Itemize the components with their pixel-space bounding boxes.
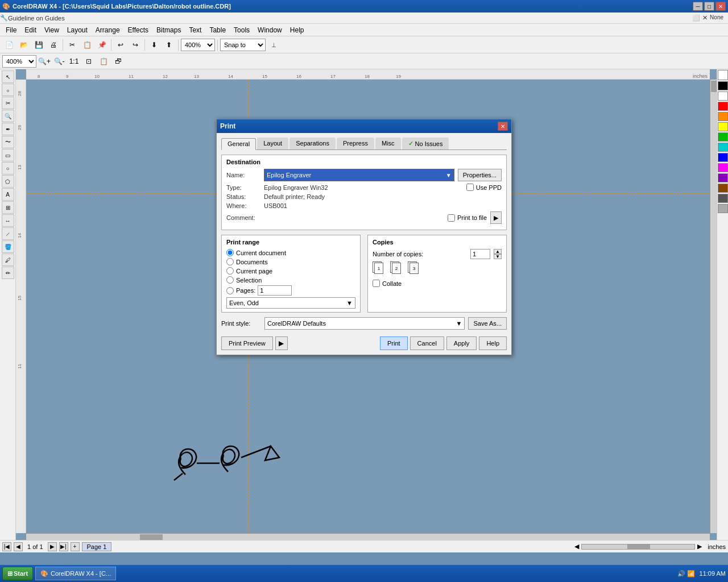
text-tool[interactable]: A [2, 188, 14, 201]
h-scrollbar[interactable] [581, 544, 695, 550]
properties-button[interactable]: Properties... [458, 169, 502, 181]
save-as-button[interactable]: Save As... [468, 317, 507, 330]
help-button[interactable]: Help [479, 336, 507, 350]
bottom-scrollbar[interactable] [26, 533, 710, 540]
print-style-dropdown[interactable]: CorelDRAW Defaults ▼ [264, 317, 465, 330]
crop-tool[interactable]: ✂ [2, 97, 14, 109]
menu-effects[interactable]: Effects [125, 25, 152, 35]
table-tool[interactable]: ⊞ [2, 201, 14, 214]
color-orange[interactable] [718, 112, 728, 121]
selection-radio-row[interactable]: Selection [226, 276, 355, 284]
apply-button[interactable]: Apply [446, 336, 477, 350]
open-button[interactable]: 📂 [17, 38, 31, 52]
color-yellow[interactable] [718, 122, 728, 131]
tab-no-issues[interactable]: ✓ No Issues [402, 138, 449, 149]
scroll-thumb-v[interactable] [711, 81, 717, 92]
tab-layout[interactable]: Layout [257, 138, 288, 149]
color-gray-dark[interactable] [718, 194, 728, 203]
even-odd-dropdown[interactable]: Even, Odd ▼ [226, 297, 355, 309]
tab-separations[interactable]: Separations [289, 138, 336, 149]
first-page-button[interactable]: |◀ [2, 542, 11, 551]
h-scroll-thumb[interactable] [627, 544, 650, 549]
zoom-all-button[interactable]: 🗗 [111, 55, 125, 68]
color-blue[interactable] [718, 153, 728, 162]
documents-radio[interactable] [226, 258, 234, 265]
printer-name-dropdown[interactable]: Epilog Engraver ▼ [264, 169, 454, 181]
zoom-1-button[interactable]: 1:1 [67, 55, 81, 68]
smart-tool[interactable]: 〜 [2, 136, 14, 148]
color-purple[interactable] [718, 173, 728, 182]
outline-tool[interactable]: ✏ [2, 267, 14, 279]
freehand-tool[interactable]: ✒ [2, 123, 14, 135]
collate-checkbox[interactable] [373, 280, 380, 287]
add-page-button[interactable]: + [71, 542, 80, 551]
menu-arrange[interactable]: Arrange [92, 25, 123, 35]
next-page-button[interactable]: ▶ [48, 542, 57, 551]
connector-tool[interactable]: ⟋ [2, 227, 14, 240]
color-white[interactable] [718, 92, 728, 101]
tab-general[interactable]: General [221, 138, 256, 150]
select-tool[interactable]: ↖ [2, 70, 14, 83]
shape-tool[interactable]: ⬦ [2, 84, 14, 96]
copies-input[interactable] [470, 249, 490, 259]
start-button[interactable]: ⊞ Start [2, 567, 33, 580]
print-to-file-btn[interactable]: ▶ [490, 211, 502, 224]
menu-file[interactable]: File [2, 25, 20, 35]
scroll-right[interactable]: ▶ [697, 543, 702, 550]
redo-button[interactable]: ↪ [129, 38, 142, 52]
dimension-tool[interactable]: ↔ [2, 214, 14, 227]
current-document-radio[interactable] [226, 249, 234, 256]
color-black[interactable] [718, 81, 728, 90]
import-button[interactable]: ⬇ [147, 38, 161, 52]
spin-up[interactable]: ▲ [494, 249, 502, 254]
color-gray-light[interactable] [718, 204, 728, 213]
maximize-button[interactable]: □ [704, 2, 714, 11]
polygon-tool[interactable]: ⬠ [2, 175, 14, 188]
fill-tool[interactable]: 🪣 [2, 240, 14, 253]
menu-text[interactable]: Text [185, 25, 205, 35]
menu-bitmaps[interactable]: Bitmaps [153, 25, 184, 35]
selection-radio[interactable] [226, 276, 234, 284]
spin-down[interactable]: ▼ [494, 254, 502, 259]
taskbar-app-item[interactable]: 🎨 CorelDRAW X4 - [C... [35, 567, 116, 580]
color-brown[interactable] [718, 184, 728, 193]
print-preview-button[interactable]: Print Preview [221, 336, 273, 350]
menu-window[interactable]: Window [254, 25, 286, 35]
ellipse-tool[interactable]: ○ [2, 162, 14, 174]
documents-radio-row[interactable]: Documents [226, 258, 355, 265]
menu-layout[interactable]: Layout [64, 25, 91, 35]
last-page-button[interactable]: ▶| [59, 542, 68, 551]
close-button[interactable]: ✕ [715, 2, 726, 11]
use-ppd-checkbox[interactable] [466, 184, 474, 191]
color-magenta[interactable] [718, 163, 728, 172]
zoom-fit-button[interactable]: ⊡ [82, 55, 96, 68]
minimize-button[interactable]: ─ [693, 2, 703, 11]
cut-button[interactable]: ✂ [65, 38, 79, 52]
snap-icon[interactable]: ⟂ [267, 38, 280, 52]
page-tab[interactable]: Page 1 [82, 542, 112, 551]
zoom-page-button[interactable]: 📋 [97, 55, 110, 68]
menu-table[interactable]: Table [206, 25, 229, 35]
scroll-thumb-h[interactable] [140, 534, 163, 540]
zoom-tool[interactable]: 🔍 [2, 110, 14, 122]
print-button[interactable]: 🖨 [47, 38, 60, 52]
pages-radio[interactable] [226, 287, 234, 294]
eyedropper-tool[interactable]: 🖊 [2, 253, 14, 266]
current-page-radio-row[interactable]: Current page [226, 267, 355, 275]
menu-view[interactable]: View [41, 25, 63, 35]
color-none[interactable] [718, 70, 728, 80]
undo-button[interactable]: ↩ [114, 38, 127, 52]
color-cyan[interactable] [718, 143, 728, 152]
print-to-file-checkbox[interactable] [448, 214, 455, 222]
color-red[interactable] [718, 102, 728, 111]
print-arrow-button[interactable]: ▶ [275, 336, 288, 350]
current-document-radio-row[interactable]: Current document [226, 249, 355, 256]
tab-prepress[interactable]: Prepress [337, 138, 374, 149]
paste-button[interactable]: 📌 [95, 38, 109, 52]
new-button[interactable]: 📄 [2, 38, 16, 52]
menu-help[interactable]: Help [287, 25, 308, 35]
save-button[interactable]: 💾 [32, 38, 46, 52]
current-page-radio[interactable] [226, 267, 234, 275]
print-button[interactable]: Print [380, 336, 408, 350]
print-dialog-close[interactable]: ✕ [498, 122, 508, 131]
